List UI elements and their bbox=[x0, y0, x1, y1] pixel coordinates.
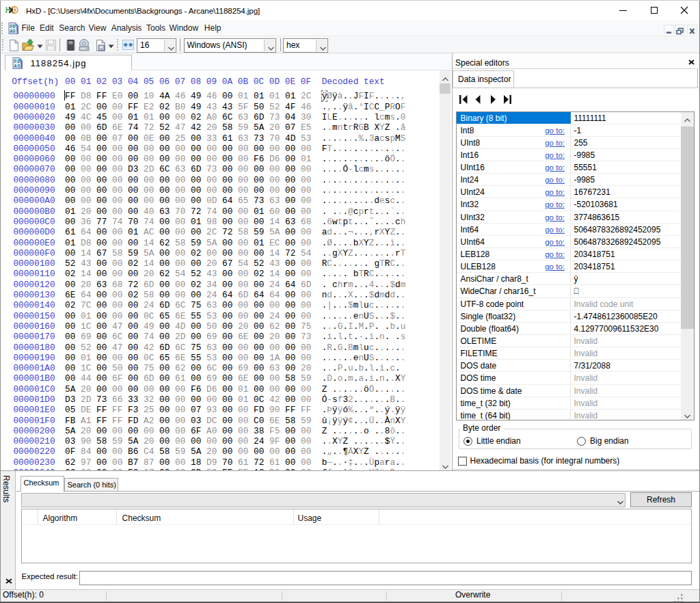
svg-text:AO: AO bbox=[14, 64, 21, 69]
svg-text:AO: AO bbox=[10, 29, 16, 34]
